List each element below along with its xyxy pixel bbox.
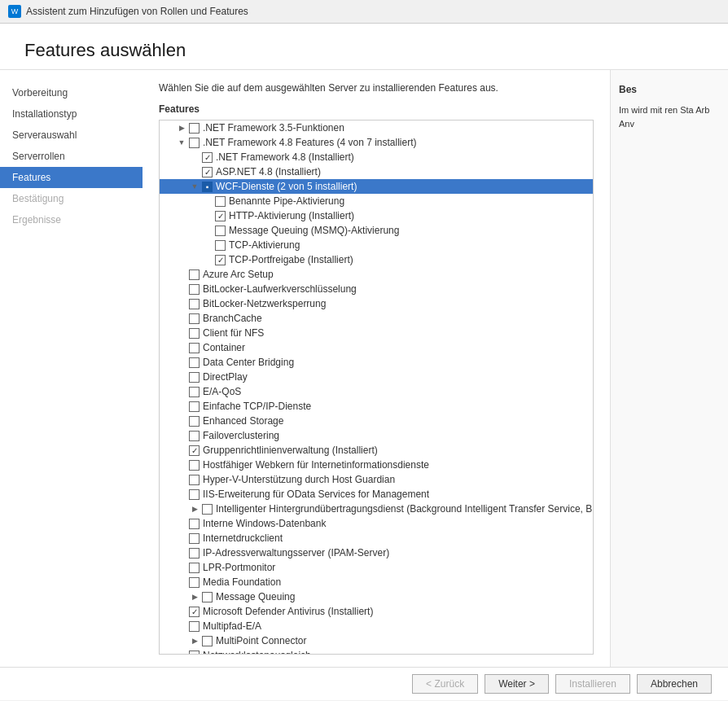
feature-item[interactable]: Azure Arc Setup xyxy=(160,267,593,282)
checkbox[interactable] xyxy=(189,372,200,383)
expand-icon[interactable]: ▶ xyxy=(176,122,187,134)
feature-label: IIS-Erweiterung für OData Services for M… xyxy=(203,489,429,500)
checkbox[interactable] xyxy=(202,182,213,192)
checkbox[interactable] xyxy=(189,563,200,573)
cancel-button[interactable]: Abbrechen xyxy=(637,674,712,694)
expand-icon[interactable]: ▶ xyxy=(189,503,200,515)
feature-item[interactable]: Client für NFS xyxy=(160,326,593,340)
feature-item[interactable]: Failoverclustering xyxy=(160,428,593,443)
checkbox[interactable] xyxy=(189,607,200,617)
checkbox[interactable] xyxy=(215,240,226,251)
back-button[interactable]: < Zurück xyxy=(412,674,478,694)
feature-item[interactable]: Benannte Pipe-Aktivierung xyxy=(160,194,593,208)
feature-item[interactable]: Microsoft Defender Antivirus (Installier… xyxy=(160,604,593,619)
sidebar-item-ergebnisse: Ergebnisse xyxy=(0,209,143,230)
feature-label: Hyper-V-Unterstützung durch Host Guardia… xyxy=(203,474,395,485)
feature-item[interactable]: ▶Message Queuing xyxy=(160,589,593,604)
feature-item[interactable]: HTTP-Aktivierung (Installiert) xyxy=(160,208,593,223)
feature-item[interactable]: LPR-Portmonitor xyxy=(160,560,593,575)
feature-item[interactable]: Interne Windows-Datenbank xyxy=(160,516,593,531)
checkbox[interactable] xyxy=(189,577,200,588)
checkbox[interactable] xyxy=(202,167,213,177)
checkbox[interactable] xyxy=(189,357,200,368)
checkbox[interactable] xyxy=(189,475,200,485)
checkbox[interactable] xyxy=(189,138,200,148)
checkbox[interactable] xyxy=(215,226,226,236)
sidebar-item-features[interactable]: Features xyxy=(0,167,143,188)
install-button[interactable]: Installieren xyxy=(555,674,630,694)
feature-item[interactable]: BitLocker-Netzwerksperrung xyxy=(160,296,593,311)
checkbox[interactable] xyxy=(189,533,200,544)
feature-item[interactable]: ASP.NET 4.8 (Installiert) xyxy=(160,164,593,179)
feature-item[interactable]: Container xyxy=(160,340,593,355)
feature-item[interactable]: Multipfad-E/A xyxy=(160,619,593,633)
checkbox[interactable] xyxy=(215,211,226,221)
feature-item[interactable]: .NET Framework 4.8 (Installiert) xyxy=(160,150,593,164)
feature-item[interactable]: IIS-Erweiterung für OData Services for M… xyxy=(160,487,593,502)
feature-item[interactable]: DirectPlay xyxy=(160,370,593,384)
feature-label: Einfache TCP/IP-Dienste xyxy=(203,401,311,412)
checkbox[interactable] xyxy=(215,196,226,207)
feature-item[interactable]: ▼.NET Framework 4.8 Features (4 von 7 in… xyxy=(160,135,593,150)
checkbox[interactable] xyxy=(202,636,213,646)
feature-item[interactable]: Einfache TCP/IP-Dienste xyxy=(160,399,593,414)
checkbox[interactable] xyxy=(189,401,200,412)
sidebar-item-serverrollen[interactable]: Serverrollen xyxy=(0,146,143,167)
sidebar-item-installationstyp[interactable]: Installationstyp xyxy=(0,103,143,125)
feature-item[interactable]: Data Center Bridging xyxy=(160,355,593,370)
feature-item[interactable]: ▶.NET Framework 3.5-Funktionen xyxy=(160,120,593,135)
checkbox[interactable] xyxy=(189,445,200,456)
feature-label: LPR-Portmonitor xyxy=(203,562,275,573)
checkbox[interactable] xyxy=(189,387,200,397)
checkbox[interactable] xyxy=(189,313,200,324)
feature-item[interactable]: Gruppenrichtlinienverwaltung (Installier… xyxy=(160,443,593,458)
feature-label: .NET Framework 4.8 Features (4 von 7 ins… xyxy=(203,137,417,148)
expand-icon[interactable]: ▼ xyxy=(189,181,200,192)
expand-icon[interactable]: ▼ xyxy=(176,137,187,148)
checkbox[interactable] xyxy=(189,519,200,529)
feature-item[interactable]: Hostfähiger Webkern für Internetinformat… xyxy=(160,458,593,472)
feature-item[interactable]: BranchCache xyxy=(160,311,593,326)
checkbox[interactable] xyxy=(189,299,200,309)
features-list[interactable]: ▶.NET Framework 3.5-Funktionen▼.NET Fram… xyxy=(159,120,594,655)
checkbox[interactable] xyxy=(189,328,200,339)
checkbox[interactable] xyxy=(189,621,200,632)
feature-item[interactable]: Netzwerklastenausgleich xyxy=(160,648,593,655)
expand-icon[interactable]: ▶ xyxy=(189,591,200,602)
checkbox[interactable] xyxy=(202,152,213,163)
feature-item[interactable]: E/A-QoS xyxy=(160,384,593,399)
feature-item[interactable]: Internetdruckclient xyxy=(160,531,593,545)
checkbox[interactable] xyxy=(189,269,200,280)
feature-item[interactable]: ▶Intelligenter Hintergrundübertragungsdi… xyxy=(160,502,593,516)
sidebar-item-serverauswahl[interactable]: Serverauswahl xyxy=(0,125,143,146)
checkbox[interactable] xyxy=(189,343,200,353)
feature-item[interactable]: IP-Adressverwaltungsserver (IPAM-Server) xyxy=(160,545,593,560)
feature-item[interactable]: ▼WCF-Dienste (2 von 5 installiert) xyxy=(160,179,593,194)
expand-icon[interactable]: ▶ xyxy=(189,635,200,646)
checkbox[interactable] xyxy=(202,504,213,515)
sidebar-item-vorbereitung[interactable]: Vorbereitung xyxy=(0,82,143,103)
checkbox[interactable] xyxy=(215,255,226,265)
checkbox[interactable] xyxy=(189,431,200,441)
feature-label: ASP.NET 4.8 (Installiert) xyxy=(216,166,321,177)
checkbox[interactable] xyxy=(189,489,200,500)
app-icon: W xyxy=(8,5,21,18)
feature-item[interactable]: Message Queuing (MSMQ)-Aktivierung xyxy=(160,223,593,238)
right-panel-text: Im wird mit ren Sta Arb Anv xyxy=(619,103,720,130)
feature-item[interactable]: TCP-Aktivierung xyxy=(160,238,593,252)
checkbox[interactable] xyxy=(189,460,200,471)
checkbox[interactable] xyxy=(189,123,200,134)
checkbox[interactable] xyxy=(189,548,200,559)
checkbox[interactable] xyxy=(189,651,200,655)
next-button[interactable]: Weiter > xyxy=(485,674,549,694)
feature-item[interactable]: TCP-Portfreigabe (Installiert) xyxy=(160,252,593,267)
feature-item[interactable]: Media Foundation xyxy=(160,575,593,589)
checkbox[interactable] xyxy=(189,284,200,295)
feature-label: Benannte Pipe-Aktivierung xyxy=(229,195,344,207)
feature-item[interactable]: BitLocker-Laufwerkverschlüsselung xyxy=(160,282,593,296)
checkbox[interactable] xyxy=(202,592,213,602)
feature-item[interactable]: Hyper-V-Unterstützung durch Host Guardia… xyxy=(160,472,593,487)
feature-item[interactable]: ▶MultiPoint Connector xyxy=(160,633,593,648)
checkbox[interactable] xyxy=(189,416,200,427)
feature-item[interactable]: Enhanced Storage xyxy=(160,414,593,428)
